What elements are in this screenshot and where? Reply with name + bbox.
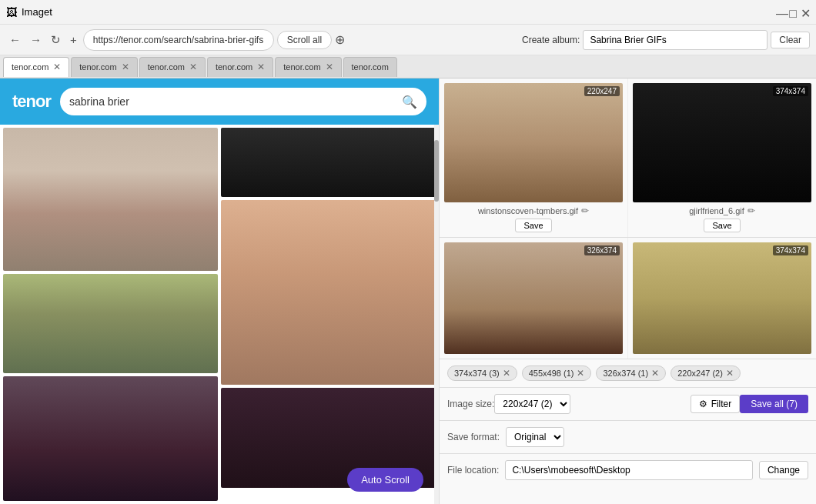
tag-label-0: 374x374 (3) <box>454 369 500 378</box>
forward-button[interactable]: → <box>27 30 45 49</box>
format-select[interactable]: Original JPEG PNG GIF WEBP <box>506 427 564 447</box>
thumb-filename-1: gjirlfriend_6.gif <box>689 206 744 215</box>
tab-bar: tenor.com ✕ tenor.com ✕ tenor.com ✕ teno… <box>0 55 816 78</box>
browser-panel: tenor 🔍 <box>0 78 439 504</box>
thumb-size-1: 374x374 <box>773 86 808 96</box>
top-thumb-row: 220x247 winstonscoven-tqmbers.gif ✏ Save… <box>440 78 816 238</box>
refresh-button[interactable]: ↻ <box>48 30 64 50</box>
tag-remove-2[interactable]: ✕ <box>651 368 659 379</box>
tenor-header: tenor 🔍 <box>0 78 439 125</box>
grid-image-0-0[interactable] <box>3 128 218 271</box>
thumb-image-1[interactable]: 374x374 <box>633 83 811 202</box>
thumb-info-0: winstonscoven-tqmbers.gif ✏ <box>478 205 589 216</box>
thumb-save-button-0[interactable]: Save <box>515 219 551 232</box>
tag-1: 455x498 (1) ✕ <box>522 365 592 381</box>
format-row: Save format: Original JPEG PNG GIF WEBP <box>440 421 816 454</box>
auto-scroll-button[interactable]: Auto Scroll <box>347 468 423 492</box>
maximize-button[interactable]: □ <box>788 8 798 17</box>
file-location-input[interactable] <box>505 460 753 480</box>
main-content: tenor 🔍 <box>0 78 816 504</box>
titlebar: 🖼 Imaget — □ ✕ <box>0 0 816 25</box>
tab-label-4: tenor.com <box>283 62 320 72</box>
thumb-cell-3: 374x374 <box>628 238 816 359</box>
titlebar-left: 🖼 Imaget <box>6 6 52 18</box>
grid-col-1 <box>221 128 436 501</box>
tab-close-0[interactable]: ✕ <box>53 62 61 72</box>
address-bar[interactable] <box>83 29 274 51</box>
grid-image-0-2[interactable] <box>3 376 218 501</box>
tag-3: 220x247 (2) ✕ <box>671 365 741 381</box>
tab-3[interactable]: tenor.com ✕ <box>207 57 273 77</box>
close-button[interactable]: ✕ <box>801 8 810 17</box>
tenor-search-input[interactable] <box>69 95 402 108</box>
tab-label-3: tenor.com <box>216 62 252 72</box>
filter-button[interactable]: ⚙ Filter <box>691 395 741 413</box>
size-label: Image size: <box>447 399 494 409</box>
clear-button[interactable]: Clear <box>771 32 810 48</box>
grid-image-0-1[interactable] <box>3 274 218 373</box>
tab-5[interactable]: tenor.com <box>343 57 397 77</box>
tab-close-3[interactable]: ✕ <box>257 62 265 72</box>
minimize-button[interactable]: — <box>776 8 785 17</box>
tab-label-2: tenor.com <box>148 62 185 72</box>
thumb-image-0[interactable]: 220x247 <box>444 83 623 202</box>
tab-close-1[interactable]: ✕ <box>122 62 129 72</box>
tag-remove-0[interactable]: ✕ <box>503 368 510 379</box>
save-all-button[interactable]: Save all (7) <box>740 395 808 413</box>
tags-row: 374x374 (3) ✕ 455x498 (1) ✕ 326x374 (1) … <box>440 359 816 388</box>
back-button[interactable]: ← <box>6 30 24 49</box>
tab-4[interactable]: tenor.com ✕ <box>275 57 341 77</box>
tag-label-3: 220x247 (2) <box>677 369 723 378</box>
controls-row: Image size: 220x247 (2) 374x374 (3) 455x… <box>440 388 816 421</box>
thumb-cell-0: 220x247 winstonscoven-tqmbers.gif ✏ Save <box>440 78 628 237</box>
thumb-size-2: 326x374 <box>584 245 620 255</box>
thumb-image-2[interactable]: 326x374 <box>444 242 623 354</box>
scroll-track[interactable] <box>434 125 439 504</box>
image-grid <box>0 125 439 504</box>
grid-image-1-1[interactable] <box>221 200 436 385</box>
tag-2: 326x374 (1) ✕ <box>596 365 666 381</box>
scroll-thumb[interactable] <box>434 140 439 202</box>
tab-label-5: tenor.com <box>352 62 389 72</box>
search-icon[interactable]: 🔍 <box>402 95 417 109</box>
file-row: File location: Change <box>440 454 816 486</box>
tab-0[interactable]: tenor.com ✕ <box>3 57 69 77</box>
thumb-size-0: 220x247 <box>584 86 620 96</box>
thumb-save-button-1[interactable]: Save <box>704 219 740 232</box>
filter-icon: ⚙ <box>699 399 707 409</box>
thumb-image-3[interactable]: 374x374 <box>633 242 811 354</box>
scroll-all-button[interactable]: Scroll all <box>277 31 332 49</box>
album-input[interactable] <box>583 30 768 50</box>
app-title: Imaget <box>22 6 52 18</box>
grid-col-0 <box>3 128 218 501</box>
tenor-logo: tenor <box>12 92 51 112</box>
bookmark-button[interactable]: ⊕ <box>335 32 345 47</box>
thumb-cell-2: 326x374 <box>440 238 628 359</box>
tab-close-2[interactable]: ✕ <box>189 62 197 72</box>
tab-label-0: tenor.com <box>12 62 48 72</box>
edit-icon-0[interactable]: ✏ <box>581 205 589 216</box>
tag-remove-1[interactable]: ✕ <box>577 368 584 379</box>
album-label: Create album: <box>522 35 580 45</box>
thumb-filename-0: winstonscoven-tqmbers.gif <box>478 206 578 215</box>
tab-2[interactable]: tenor.com ✕ <box>139 57 206 77</box>
tenor-search-wrap: 🔍 <box>60 88 426 115</box>
tab-1[interactable]: tenor.com ✕ <box>71 57 137 77</box>
file-location-label: File location: <box>447 465 499 476</box>
bottom-thumb-row: 326x374 374x374 <box>440 238 816 359</box>
size-select[interactable]: 220x247 (2) 374x374 (3) 455x498 (1) 326x… <box>494 394 570 414</box>
tab-close-4[interactable]: ✕ <box>326 62 333 72</box>
thumb-size-3: 374x374 <box>773 245 808 255</box>
navbar: ← → ↻ + Scroll all ⊕ Create album: Clear <box>0 25 816 55</box>
edit-icon-1[interactable]: ✏ <box>747 205 755 216</box>
change-button[interactable]: Change <box>759 461 808 479</box>
tag-label-1: 455x498 (1) <box>529 369 574 378</box>
thumb-cell-1: 374x374 gjirlfriend_6.gif ✏ Save <box>628 78 816 237</box>
right-panel: 220x247 winstonscoven-tqmbers.gif ✏ Save… <box>439 78 816 504</box>
tag-remove-3[interactable]: ✕ <box>726 368 734 379</box>
format-label: Save format: <box>447 432 500 442</box>
new-tab-button[interactable]: + <box>67 30 80 49</box>
grid-image-1-0[interactable] <box>221 128 436 197</box>
thumb-info-1: gjirlfriend_6.gif ✏ <box>689 205 755 216</box>
titlebar-controls[interactable]: — □ ✕ <box>776 8 810 17</box>
